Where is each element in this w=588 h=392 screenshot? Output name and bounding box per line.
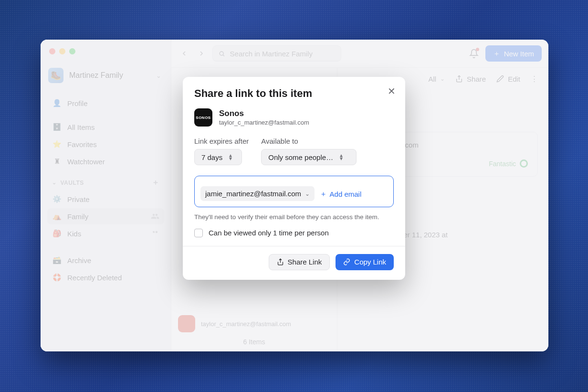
- sidebar-item-favorites[interactable]: ⭐ Favorites: [47, 136, 164, 152]
- available-field: Available to Only some people… ▴▾: [261, 137, 357, 165]
- item-count-label: 6 Items: [171, 338, 337, 346]
- available-select[interactable]: Only some people… ▴▾: [261, 149, 357, 165]
- divider: [183, 246, 405, 246]
- edit-label: Edit: [508, 75, 520, 83]
- sidebar-item-recently-deleted[interactable]: 🛟 Recently Deleted: [47, 269, 164, 286]
- email-chip[interactable]: jamie_martinez@fastmail.com ⌄: [200, 186, 315, 201]
- account-avatar-icon: 🥾: [48, 68, 63, 83]
- filter-all-dropdown[interactable]: All ⌄: [428, 75, 445, 83]
- sidebar-item-label: Favorites: [67, 140, 97, 148]
- sidebar-item-label: Profile: [67, 99, 88, 107]
- vaults-section-header[interactable]: ⌄ VAULTS ＋: [47, 170, 164, 191]
- checkbox[interactable]: [194, 229, 203, 237]
- add-email-button[interactable]: ＋ Add email: [317, 188, 365, 201]
- search-input[interactable]: [230, 50, 335, 58]
- chevron-down-icon: ⌄: [305, 191, 310, 197]
- share-button[interactable]: Share: [455, 75, 486, 83]
- chip-email: jamie_martinez@fastmail.com: [205, 190, 301, 198]
- view-once-option[interactable]: Can be viewed only 1 time per person: [194, 229, 394, 237]
- copy-link-label: Copy Link: [354, 258, 386, 266]
- toolbar: ＋ New Item: [171, 40, 548, 68]
- star-icon: ⭐: [52, 140, 62, 148]
- list-item[interactable]: taylor_c_martinez@fastmail.com: [178, 315, 330, 332]
- chevron-down-icon: ⌄: [156, 72, 161, 79]
- close-window-button[interactable]: [49, 48, 55, 54]
- svg-line-1: [223, 55, 224, 56]
- edit-button[interactable]: Edit: [496, 75, 520, 83]
- shared-icon: [151, 212, 159, 221]
- plus-icon: ＋: [320, 190, 327, 199]
- section-title: VAULTS: [61, 180, 84, 186]
- item-icon: [178, 315, 195, 332]
- sidebar: 🥾 Martinez Family ⌄ 👤 Profile 🗄️ All Ite…: [41, 40, 171, 351]
- add-vault-button[interactable]: ＋: [152, 178, 160, 188]
- vault-family[interactable]: ⛺ Family: [47, 208, 164, 224]
- available-value: Only some people…: [268, 153, 333, 161]
- modal-title: Share a link to this item: [194, 87, 394, 100]
- expires-label: Link expires after: [194, 137, 249, 145]
- helper-text: They'll need to verify their email befor…: [194, 213, 394, 222]
- sidebar-item-label: Recently Deleted: [67, 274, 122, 282]
- archive-icon: 🗃️: [52, 256, 62, 265]
- app-window: 🥾 Martinez Family ⌄ 👤 Profile 🗄️ All Ite…: [41, 40, 548, 351]
- sidebar-item-all-items[interactable]: 🗄️ All Items: [47, 119, 164, 135]
- vault-private[interactable]: ⚙️ Private: [47, 191, 164, 207]
- window-controls: [49, 48, 164, 54]
- new-item-label: New Item: [504, 50, 534, 58]
- sidebar-item-archive[interactable]: 🗃️ Archive: [47, 252, 164, 268]
- tower-icon: ♜: [52, 157, 62, 166]
- person-icon: 👤: [52, 99, 62, 107]
- sidebar-item-watchtower[interactable]: ♜ Watchtower: [47, 153, 164, 170]
- notification-dot: [476, 48, 479, 51]
- sidebar-item-label: Archive: [67, 256, 91, 265]
- gear-icon: ⚙️: [52, 195, 62, 203]
- vault-label: Private: [67, 195, 90, 203]
- shared-icon: [151, 229, 159, 238]
- vault-label: Family: [67, 212, 88, 221]
- maximize-window-button[interactable]: [69, 48, 75, 54]
- share-link-button[interactable]: Share Link: [269, 254, 330, 270]
- sidebar-item-profile[interactable]: 👤 Profile: [47, 95, 164, 111]
- plus-icon: ＋: [493, 49, 500, 58]
- available-label: Available to: [261, 137, 357, 145]
- share-link-modal: Share a link to this item ✕ SONOS Sonos …: [183, 77, 405, 280]
- copy-link-button[interactable]: Copy Link: [336, 254, 394, 270]
- expires-select[interactable]: 7 days ▴▾: [194, 149, 242, 165]
- notifications-button[interactable]: [467, 47, 481, 60]
- new-item-button[interactable]: ＋ New Item: [485, 45, 542, 62]
- vault-label: Kids: [67, 230, 81, 238]
- share-link-label: Share Link: [288, 258, 322, 266]
- filter-label: All: [428, 75, 436, 83]
- strength-label: Fantastic: [489, 160, 516, 168]
- share-icon: [277, 258, 284, 265]
- search-icon: [219, 50, 225, 57]
- trash-icon: 🛟: [52, 273, 62, 282]
- chevron-down-icon: ⌄: [440, 75, 445, 82]
- stepper-icon: ▴▾: [340, 154, 343, 160]
- svg-point-0: [220, 51, 223, 55]
- search-field[interactable]: [212, 45, 341, 62]
- modal-footer: Share Link Copy Link: [194, 254, 394, 270]
- nav-back-button[interactable]: [178, 47, 190, 60]
- vault-kids[interactable]: 🎒 Kids: [47, 225, 164, 242]
- backpack-icon: 🎒: [52, 229, 62, 238]
- strength-ring-icon: [520, 159, 528, 168]
- expires-field: Link expires after 7 days ▴▾: [194, 137, 249, 165]
- detail-action-bar: All ⌄ Share Edit ⋮: [428, 74, 538, 83]
- stepper-icon: ▴▾: [229, 154, 232, 160]
- share-label: Share: [467, 75, 486, 83]
- share-icon: [455, 75, 463, 83]
- close-modal-button[interactable]: ✕: [388, 85, 396, 97]
- account-name-label: Martinez Family: [69, 71, 150, 80]
- tent-icon: ⛺: [52, 212, 62, 221]
- item-subtitle: taylor_c_martinez@fastmail.com: [201, 320, 291, 328]
- sidebar-item-label: All Items: [67, 123, 95, 131]
- email-recipients-box[interactable]: jamie_martinez@fastmail.com ⌄ ＋ Add emai…: [194, 176, 394, 207]
- checkbox-label: Can be viewed only 1 time per person: [209, 229, 329, 237]
- more-button[interactable]: ⋮: [531, 74, 538, 83]
- nav-forward-button[interactable]: [195, 47, 208, 60]
- modal-item-name: Sonos: [219, 109, 309, 118]
- add-email-label: Add email: [330, 190, 362, 198]
- minimize-window-button[interactable]: [59, 48, 65, 54]
- account-switcher[interactable]: 🥾 Martinez Family ⌄: [47, 65, 164, 86]
